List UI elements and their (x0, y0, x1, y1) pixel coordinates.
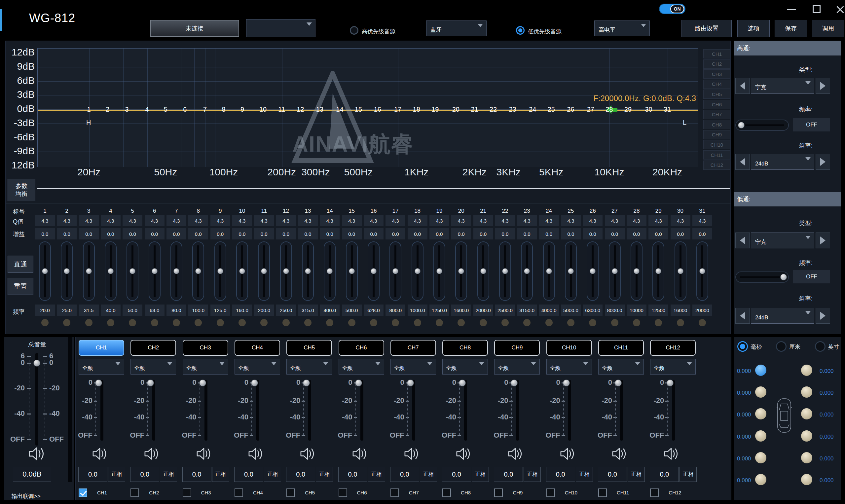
band-gain-slider-knob[interactable] (151, 268, 158, 274)
lp-type-next-button[interactable] (815, 233, 830, 248)
band-enable-indicator[interactable] (107, 319, 114, 326)
channel-tab-ch11[interactable]: CH11 (598, 340, 644, 356)
channel-checkbox-ch11[interactable] (598, 488, 607, 497)
channel-band-dropdown[interactable]: 全频 (650, 359, 696, 375)
band-enable-indicator[interactable] (633, 319, 640, 326)
band-gain-slider[interactable] (83, 241, 95, 301)
channel-fader-knob[interactable] (563, 379, 570, 386)
band-enable-indicator[interactable] (85, 319, 92, 326)
band-gain-slider[interactable] (477, 241, 489, 301)
band-freq-value[interactable]: 8000.0 (605, 305, 625, 316)
band-freq-value[interactable]: 20.0 (35, 305, 55, 316)
band-freq-value[interactable]: 400.0 (320, 305, 340, 316)
graph-channel-item[interactable]: CH7 (703, 110, 730, 119)
band-gain-slider[interactable] (149, 241, 161, 301)
channel-band-dropdown[interactable]: 全频 (130, 359, 176, 375)
device-dropdown[interactable] (246, 19, 316, 37)
speaker-icon[interactable] (352, 447, 368, 462)
band-freq-value[interactable]: 80.0 (166, 305, 186, 316)
band-q-value[interactable]: 4.3 (364, 215, 383, 226)
channel-gain-value[interactable]: 0.0 (494, 467, 523, 482)
graph-band-number[interactable]: 10 (256, 106, 270, 113)
band-q-value[interactable]: 4.3 (539, 215, 559, 226)
band-gain-value[interactable]: 0.0 (211, 228, 230, 239)
channel-gain-value[interactable]: 0.0 (598, 467, 627, 482)
band-gain-slider[interactable] (543, 241, 555, 301)
master-volume-value[interactable]: 0.0dB (13, 467, 51, 482)
graph-band-number[interactable]: 18 (410, 106, 423, 113)
band-gain-value[interactable]: 0.0 (693, 228, 712, 239)
band-q-value[interactable]: 4.3 (648, 215, 668, 226)
speaker-icon[interactable] (507, 447, 523, 462)
channel-phase-button[interactable]: 正相 (680, 467, 697, 482)
channel-band-dropdown[interactable]: 全频 (598, 359, 644, 375)
channel-phase-button[interactable]: 正相 (576, 467, 593, 482)
channel-fader-knob[interactable] (199, 379, 206, 386)
channel-band-dropdown[interactable]: 全频 (546, 359, 592, 375)
band-gain-slider-knob[interactable] (590, 268, 596, 274)
channel-phase-button[interactable]: 正相 (264, 467, 281, 482)
minimize-button[interactable] (787, 9, 796, 10)
graph-band-number[interactable]: 12 (294, 106, 307, 113)
band-freq-value[interactable]: 250.0 (276, 305, 296, 316)
graph-band-number[interactable]: 6 (178, 106, 192, 113)
output-link-label[interactable]: 输出联调>> (12, 492, 41, 500)
band-q-value[interactable]: 4.3 (101, 215, 121, 226)
channel-fader-knob[interactable] (459, 379, 466, 386)
close-button[interactable] (836, 5, 844, 14)
channel-checkbox-ch1[interactable] (78, 488, 87, 497)
band-freq-value[interactable]: 2000.0 (473, 305, 493, 316)
band-gain-slider-knob[interactable] (612, 268, 618, 274)
channel-tab-ch4[interactable]: CH4 (235, 340, 280, 356)
band-gain-slider-knob[interactable] (42, 268, 48, 274)
graph-band-number[interactable]: 13 (313, 106, 326, 113)
hp-type-next-button[interactable] (815, 78, 830, 94)
band-freq-value[interactable]: 1000.0 (408, 305, 428, 316)
delay-value-right[interactable]: 0.000 (820, 368, 834, 375)
graph-band-number[interactable]: 15 (352, 106, 365, 113)
band-gain-slider-knob[interactable] (480, 268, 486, 274)
band-enable-indicator[interactable] (129, 319, 136, 326)
band-q-value[interactable]: 4.3 (254, 215, 274, 226)
channel-fader-track[interactable] (516, 380, 519, 440)
band-gain-slider[interactable] (258, 241, 270, 301)
graph-band-number[interactable]: 21 (468, 106, 481, 113)
graph-band-number[interactable]: 31 (661, 106, 674, 113)
lp-freq-value[interactable]: OFF (793, 270, 830, 283)
channel-gain-value[interactable]: 0.0 (286, 467, 315, 482)
bluetooth-dropdown[interactable]: 蓝牙 (426, 20, 487, 36)
channel-band-dropdown[interactable]: 全频 (183, 359, 228, 375)
band-gain-slider[interactable] (412, 241, 424, 301)
band-gain-slider-knob[interactable] (502, 268, 508, 274)
band-enable-indicator[interactable] (655, 319, 662, 326)
graph-band-number[interactable]: 22 (487, 106, 500, 113)
band-gain-slider-knob[interactable] (239, 268, 245, 274)
channel-phase-button[interactable]: 正相 (368, 467, 385, 482)
delay-value-left[interactable]: 0.000 (737, 390, 751, 396)
channel-checkbox-ch5[interactable] (286, 488, 295, 497)
band-freq-value[interactable]: 200.0 (254, 305, 274, 316)
delay-knob-right[interactable] (801, 474, 812, 485)
band-q-value[interactable]: 4.3 (145, 215, 164, 226)
delay-value-right[interactable]: 0.000 (820, 455, 834, 462)
channel-phase-button[interactable]: 正相 (524, 467, 541, 482)
band-gain-slider-knob[interactable] (415, 268, 420, 274)
channel-phase-button[interactable]: 正相 (420, 467, 437, 482)
band-freq-value[interactable]: 800.0 (385, 305, 405, 316)
routing-button[interactable]: 路由设置 (682, 20, 732, 37)
lp-type-dropdown[interactable]: 宁克 (751, 233, 814, 248)
band-freq-value[interactable]: 6300.0 (583, 305, 603, 316)
band-gain-slider-knob[interactable] (305, 268, 311, 274)
band-gain-value[interactable]: 0.0 (670, 228, 690, 239)
band-enable-indicator[interactable] (326, 319, 333, 326)
channel-checkbox-ch4[interactable] (235, 488, 243, 497)
band-enable-indicator[interactable] (63, 319, 70, 326)
channel-fader-track[interactable] (412, 380, 415, 440)
connect-button[interactable]: 未连接 (150, 20, 239, 37)
band-q-value[interactable]: 4.3 (517, 215, 537, 226)
band-freq-value[interactable]: 1250.0 (429, 305, 449, 316)
band-enable-indicator[interactable] (283, 319, 290, 326)
speaker-icon[interactable] (144, 447, 160, 462)
band-freq-value[interactable]: 16000 (670, 305, 690, 316)
band-gain-slider[interactable] (433, 241, 445, 301)
